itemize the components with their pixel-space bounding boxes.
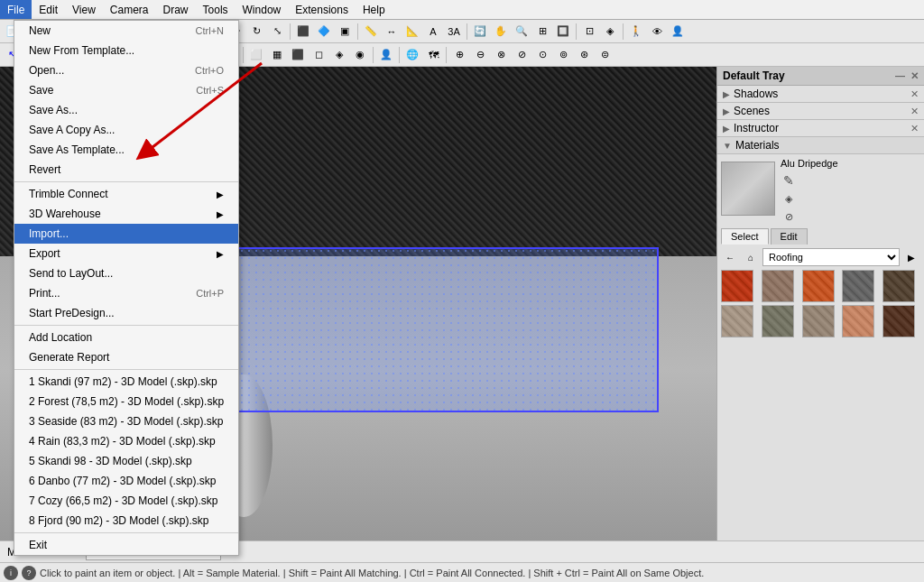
menu-item-recent-7[interactable]: 7 Cozy (66,5 m2) - 3D Model (.skp).skp [14, 491, 238, 511]
tb-snap5[interactable]: ⊙ [532, 45, 552, 65]
swatch-6[interactable] [721, 305, 753, 337]
tb-rotate[interactable]: ↻ [246, 22, 266, 42]
tb-person[interactable]: 👤 [376, 45, 396, 65]
menu-item-recent-2[interactable]: 2 Forest (78,5 m2) - 3D Model (.skp).skp [14, 392, 238, 411]
tb-snap3[interactable]: ⊗ [491, 45, 511, 65]
menu-item-save[interactable]: Save Ctrl+S [14, 80, 238, 100]
menu-item-predesign[interactable]: Start PreDesign... [14, 303, 238, 323]
menu-item-send-layout[interactable]: Send to LayOut... [14, 263, 238, 283]
menu-file[interactable]: File [0, 0, 32, 19]
swatch-2[interactable] [762, 270, 794, 302]
tb-style2[interactable]: ▦ [267, 45, 287, 65]
tb-lookaround[interactable]: 👁 [647, 22, 667, 42]
menu-item-open[interactable]: Open... Ctrl+O [14, 60, 238, 80]
tb-position[interactable]: 👤 [668, 22, 688, 42]
menu-item-addlocation[interactable]: Add Location [14, 328, 238, 347]
menu-item-export[interactable]: Export ▶ [14, 244, 238, 263]
menu-item-recent-1[interactable]: 1 Skandi (97 m2) - 3D Model (.skp).skp [14, 372, 238, 392]
tb-text[interactable]: A [423, 22, 443, 42]
tb-protractor[interactable]: 📐 [402, 22, 422, 42]
mat-tb-back[interactable]: ← [721, 248, 739, 266]
tb-style6[interactable]: ◉ [350, 45, 370, 65]
tb-pan[interactable]: ✋ [491, 22, 511, 42]
menu-item-import[interactable]: Import... [14, 224, 238, 244]
tb-dim[interactable]: ↔ [382, 22, 402, 42]
menu-item-new[interactable]: New Ctrl+N [14, 21, 238, 41]
tb-pushpull[interactable]: ⬛ [293, 22, 313, 42]
tb-offset[interactable]: ▣ [335, 22, 355, 42]
section-shadows-close[interactable]: ✕ [910, 88, 919, 100]
tb-snap4[interactable]: ⊘ [512, 45, 531, 65]
menu-item-recent-4[interactable]: 4 Rain (83,3 m2) - 3D Model (.skp).skp [14, 431, 238, 451]
menu-edit[interactable]: Edit [32, 0, 65, 19]
menu-item-recent-6[interactable]: 6 Danbo (77 m2) - 3D Model (.skp).skp [14, 471, 238, 491]
tb-snap2[interactable]: ⊖ [470, 45, 490, 65]
menu-item-save-copy[interactable]: Save A Copy As... [14, 120, 238, 140]
menu-extensions[interactable]: Extensions [288, 0, 356, 19]
swatch-3[interactable] [802, 270, 835, 302]
menu-tools[interactable]: Tools [196, 0, 236, 19]
tb-tape[interactable]: 📏 [361, 22, 381, 42]
section-instructor-close[interactable]: ✕ [910, 123, 919, 134]
menu-item-new-template[interactable]: New From Template... [14, 41, 238, 60]
swatch-10[interactable] [882, 305, 915, 337]
menu-item-save-template[interactable]: Save As Template... [14, 140, 238, 160]
tb-walkthrough[interactable]: 🚶 [626, 22, 646, 42]
menu-item-recent-3[interactable]: 3 Seaside (83 m2) - 3D Model (.skp).skp [14, 411, 238, 431]
mat-tb-home[interactable]: ⌂ [742, 248, 760, 266]
tb-geo2[interactable]: 🗺 [423, 45, 443, 65]
menu-item-recent-8[interactable]: 8 Fjord (90 m2) - 3D Model (.skp).skp [14, 511, 238, 531]
tb-geo1[interactable]: 🌐 [402, 45, 422, 65]
help-icon[interactable]: ? [22, 566, 36, 580]
tb-style3[interactable]: ⬛ [288, 45, 308, 65]
panel-close-btn[interactable]: ✕ [910, 70, 919, 82]
tb-style1[interactable]: ⬜ [246, 45, 266, 65]
menu-item-exit[interactable]: Exit [14, 535, 238, 555]
tb-snap8[interactable]: ⊜ [595, 45, 614, 65]
menu-window[interactable]: Window [236, 0, 289, 19]
section-scenes-close[interactable]: ✕ [910, 106, 919, 117]
menu-item-print[interactable]: Print... Ctrl+P [14, 283, 238, 303]
menu-item-revert[interactable]: Revert [14, 160, 238, 180]
swatch-4[interactable] [842, 270, 874, 302]
menu-view[interactable]: View [65, 0, 103, 19]
panel-collapse-btn[interactable]: — [895, 70, 905, 82]
tb-style4[interactable]: ◻ [309, 45, 328, 65]
menu-item-trimble[interactable]: Trimble Connect ▶ [14, 184, 238, 204]
material-category-dropdown[interactable]: Roofing [762, 248, 900, 266]
swatch-7[interactable] [762, 305, 794, 337]
section-shadows[interactable]: ▶ Shadows ✕ [717, 86, 924, 103]
mat-reset-btn[interactable]: ⊘ [781, 208, 797, 225]
menu-item-recent-5[interactable]: 5 Skandi 98 - 3D Model (.skp).skp [14, 451, 238, 471]
info-icon[interactable]: i [4, 566, 18, 580]
swatch-8[interactable] [802, 305, 835, 337]
menu-item-save-as[interactable]: Save As... [14, 100, 238, 120]
tb-followme[interactable]: 🔷 [314, 22, 334, 42]
tb-3dtext[interactable]: 3A [444, 22, 464, 42]
tb-xray[interactable]: ◈ [600, 22, 620, 42]
menu-draw[interactable]: Draw [156, 0, 196, 19]
tb-snap6[interactable]: ⊚ [553, 45, 573, 65]
menu-camera[interactable]: Camera [103, 0, 156, 19]
tb-zoomfit[interactable]: ⊞ [532, 22, 552, 42]
tb-snap1[interactable]: ⊕ [449, 45, 469, 65]
tab-edit[interactable]: Edit [771, 228, 808, 245]
menu-help[interactable]: Help [356, 0, 393, 19]
menu-item-warehouse[interactable]: 3D Warehouse ▶ [14, 204, 238, 224]
section-instructor[interactable]: ▶ Instructor ✕ [717, 120, 924, 137]
swatch-1[interactable] [721, 270, 753, 302]
tb-style5[interactable]: ◈ [329, 45, 349, 65]
tb-zoomwin[interactable]: 🔲 [553, 22, 573, 42]
swatch-5[interactable] [882, 270, 915, 302]
section-scenes[interactable]: ▶ Scenes ✕ [717, 103, 924, 120]
tb-snap7[interactable]: ⊛ [574, 45, 594, 65]
mat-tb-details[interactable]: ▶ [902, 248, 920, 266]
tb-zoom[interactable]: 🔍 [512, 22, 531, 42]
swatch-9[interactable] [842, 305, 874, 337]
menu-item-report[interactable]: Generate Report [14, 347, 238, 367]
mat-add-btn[interactable]: ✎ [781, 172, 797, 189]
tab-select[interactable]: Select [721, 228, 769, 245]
tb-section[interactable]: ⊡ [579, 22, 599, 42]
tb-orbit[interactable]: 🔄 [470, 22, 490, 42]
section-materials[interactable]: ▼ Materials [717, 137, 924, 154]
